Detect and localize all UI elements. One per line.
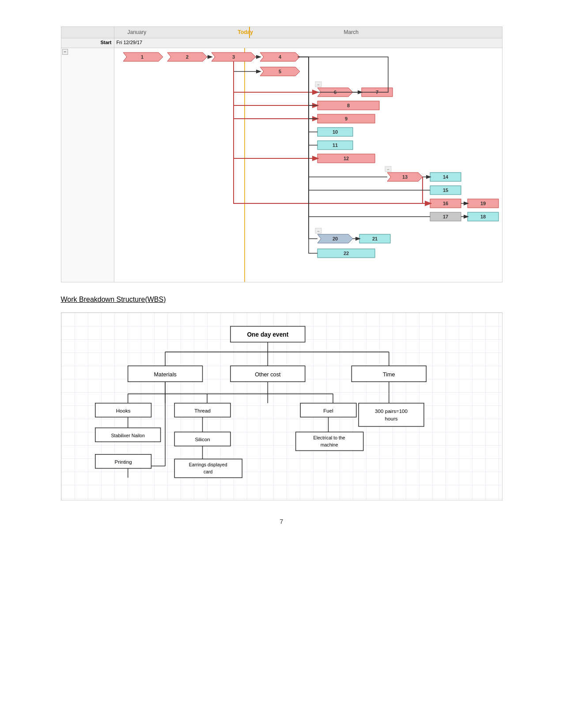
svg-rect-26: [317, 141, 353, 150]
svg-text:16: 16: [442, 201, 448, 206]
silicon-node: Silicon: [195, 436, 210, 442]
date-label: Fri 12/29/17: [114, 38, 502, 48]
materials-node: Materials: [154, 372, 176, 378]
task-2: 2: [167, 53, 207, 61]
gantt-header-months: January Today March: [114, 27, 502, 38]
today-line: [249, 27, 250, 38]
svg-rect-24: [317, 128, 353, 136]
wbs-diagram: One day event Materials Other cost Time: [61, 312, 503, 500]
task-4: 4: [260, 53, 300, 61]
gantt-connections-svg: 1 2 3: [114, 48, 502, 282]
svg-rect-55: [359, 234, 390, 243]
svg-text:20: 20: [332, 236, 337, 241]
svg-text:9: 9: [344, 116, 347, 121]
task-14: 14: [430, 173, 461, 181]
root-node: One day event: [247, 331, 288, 338]
svg-marker-32: [387, 173, 423, 181]
task-13: 13: [387, 173, 423, 181]
svg-rect-13: [315, 82, 321, 87]
gantt-body: − 1 2: [61, 48, 502, 282]
wbs-svg: One day event Materials Other cost Time: [70, 322, 493, 489]
fuel-node: Fuel: [323, 408, 333, 413]
wbs-title: Work Breakdown Structure(WBS): [61, 296, 503, 304]
svg-marker-15: [317, 88, 353, 97]
svg-marker-53: [317, 234, 353, 243]
task-21: 21: [359, 234, 390, 243]
svg-text:3: 3: [232, 54, 234, 60]
svg-text:machine: machine: [320, 442, 338, 447]
task-17: 17: [430, 212, 461, 221]
task-11: 11: [317, 141, 353, 150]
task-1: 1: [123, 53, 163, 61]
start-label: Start: [61, 38, 114, 48]
svg-text:2: 2: [185, 54, 188, 60]
svg-rect-20: [317, 101, 379, 110]
svg-text:14: 14: [442, 174, 448, 180]
svg-text:−: −: [317, 229, 319, 233]
svg-text:10: 10: [332, 129, 337, 135]
today-label: Today: [238, 29, 253, 35]
svg-text:15: 15: [442, 188, 448, 193]
hooks-node: Hooks: [116, 408, 130, 413]
svg-text:22: 22: [343, 251, 348, 256]
page-number: 7: [61, 518, 503, 525]
svg-rect-51: [315, 228, 321, 233]
printing-node: Printing: [114, 459, 132, 465]
svg-rect-37: [430, 186, 461, 195]
svg-rect-17: [362, 88, 393, 97]
svg-rect-28: [317, 154, 375, 163]
task-9: 9: [317, 114, 375, 123]
task-6: 6: [317, 88, 353, 97]
svg-text:card: card: [203, 469, 212, 474]
svg-text:19: 19: [480, 201, 485, 206]
svg-marker-11: [260, 67, 300, 76]
svg-rect-58: [317, 249, 375, 258]
gantt-left-panel: −: [61, 48, 114, 282]
task-19: 19: [468, 199, 499, 208]
svg-text:21: 21: [372, 236, 377, 241]
task-20: 20: [317, 234, 353, 243]
task-5: 5: [260, 67, 300, 76]
gantt-header: January Today March: [61, 27, 502, 38]
svg-text:8: 8: [347, 103, 349, 108]
svg-text:17: 17: [442, 214, 448, 219]
svg-text:13: 13: [402, 174, 407, 180]
svg-text:−: −: [387, 167, 389, 172]
march-label: March: [344, 29, 359, 35]
svg-text:1: 1: [140, 54, 143, 60]
page-content: January Today March Start Fri 12/29/17 −: [61, 26, 503, 525]
svg-text:18: 18: [480, 214, 485, 219]
earrings-node: Earrings displayed: [189, 462, 227, 467]
svg-text:5: 5: [278, 69, 281, 74]
task-3: 3: [212, 53, 256, 61]
svg-rect-39: [430, 199, 461, 208]
electrical-node: Electrical to the: [313, 435, 345, 440]
thread-node: Thread: [194, 408, 211, 413]
gantt-subheader: Start Fri 12/29/17: [61, 38, 502, 48]
task-18: 18: [468, 212, 499, 221]
task-22: 22: [317, 249, 375, 258]
svg-text:12: 12: [343, 156, 348, 161]
collapse-btn[interactable]: −: [62, 49, 68, 55]
stabilixer-node: Stabilixer Nailon: [111, 433, 144, 438]
task-7: 7: [362, 88, 393, 97]
svg-rect-46: [430, 212, 461, 221]
svg-rect-97: [359, 403, 424, 427]
svg-rect-43: [468, 199, 499, 208]
gantt-chart: January Today March Start Fri 12/29/17 −: [61, 26, 503, 282]
svg-text:11: 11: [332, 143, 337, 148]
svg-marker-8: [260, 53, 300, 61]
svg-text:7: 7: [375, 90, 378, 95]
gantt-header-left: [61, 27, 114, 38]
other-cost-node: Other cost: [255, 372, 281, 378]
svg-rect-30: [385, 166, 391, 172]
svg-rect-48: [468, 212, 499, 221]
svg-marker-1: [123, 53, 163, 61]
time-child-node: 300 pairs=100: [375, 408, 408, 414]
svg-marker-3: [167, 53, 207, 61]
svg-marker-5: [212, 53, 256, 61]
task-10: 10: [317, 128, 353, 136]
svg-rect-22: [317, 114, 375, 123]
gantt-chart-area: 1 2 3: [114, 48, 502, 282]
task-15: 15: [430, 186, 461, 195]
